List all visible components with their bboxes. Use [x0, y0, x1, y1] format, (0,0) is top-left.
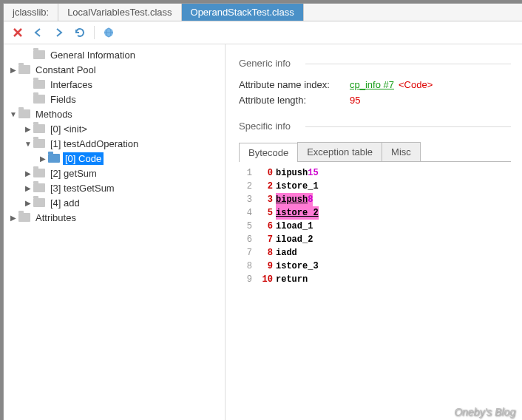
tree-item[interactable]: ▼Methods: [4, 106, 225, 121]
chevron-icon[interactable]: ▶: [8, 66, 18, 74]
chevron-icon[interactable]: ▶: [23, 169, 33, 177]
operand: 15: [308, 166, 318, 180]
file-tab[interactable]: jclasslib:: [4, 4, 58, 21]
line-number: 8: [239, 260, 252, 273]
operand: 8: [308, 193, 313, 206]
bytecode-row: 910 return: [239, 273, 511, 286]
globe-icon[interactable]: [102, 26, 115, 39]
tree-label: General Information: [48, 49, 138, 61]
pc-offset: 9: [260, 260, 273, 273]
chevron-icon[interactable]: ▶: [8, 214, 18, 222]
bytecode-row: 45 istore_2: [239, 206, 511, 220]
forward-icon[interactable]: [52, 26, 66, 39]
pc-offset: 8: [260, 246, 273, 260]
generic-info-title: Generic info: [239, 58, 511, 69]
tree-panel: ▶General Information▶Constant Pool▶Inter…: [4, 44, 226, 420]
specific-tab[interactable]: Exception table: [297, 142, 382, 161]
bytecode-row: 22 istore_1: [239, 180, 511, 193]
chevron-icon[interactable]: ▶: [23, 184, 33, 192]
bytecode-row: 78 iadd: [239, 246, 511, 260]
file-tab[interactable]: OperandStackTest.class: [182, 4, 304, 21]
cp-info-link[interactable]: cp_info #7: [350, 79, 394, 90]
tree-label: [1] testAddOperation: [48, 138, 140, 150]
line-number: 6: [239, 233, 252, 246]
folder-icon: [33, 139, 45, 148]
folder-icon: [18, 109, 30, 118]
attr-len-value: 95: [350, 95, 360, 106]
line-number: 3: [239, 193, 252, 206]
folder-icon: [33, 198, 45, 207]
opcode: iadd: [276, 246, 297, 260]
tree-label: [3] testGetSum: [48, 182, 117, 194]
pc-offset: 5: [260, 206, 273, 220]
chevron-icon[interactable]: ▶: [23, 199, 33, 207]
back-icon[interactable]: [32, 26, 45, 39]
pc-offset: 6: [260, 220, 273, 233]
tree-item[interactable]: ▶Interfaces: [4, 77, 225, 92]
folder-icon: [33, 80, 45, 89]
tree-label: Fields: [48, 93, 78, 106]
bytecode-row: 67 iload_2: [239, 233, 511, 246]
file-tabs: jclasslib:LocalVariablesTest.classOperan…: [4, 4, 522, 21]
opcode: bipush: [276, 193, 308, 206]
specific-tab[interactable]: Misc: [382, 142, 421, 161]
line-number: 1: [239, 166, 252, 180]
tree-item[interactable]: ▶[0] <init>: [4, 121, 225, 136]
tree-item[interactable]: ▶[2] getSum: [4, 166, 225, 180]
specific-tabs: BytecodeException tableMisc: [239, 142, 511, 162]
opcode: istore_3: [276, 260, 319, 273]
chevron-icon[interactable]: ▶: [38, 155, 48, 163]
bytecode-row: 33 bipush 8: [239, 193, 511, 206]
folder-icon: [18, 65, 30, 74]
folder-icon: [48, 154, 60, 163]
tree-item[interactable]: ▶Constant Pool: [4, 62, 225, 77]
content-area: ▶General Information▶Constant Pool▶Inter…: [4, 44, 522, 420]
tree-label: [2] getSum: [48, 167, 99, 180]
refresh-icon[interactable]: [73, 26, 87, 39]
tree-label: Constant Pool: [33, 64, 98, 76]
tree-item[interactable]: ▶Fields: [4, 92, 225, 106]
line-number: 4: [239, 206, 252, 220]
attr-len-row: Attribute length: 95: [239, 95, 511, 106]
bytecode-row: 10 bipush 15: [239, 166, 511, 180]
pc-offset: 3: [260, 193, 273, 206]
pc-offset: 2: [260, 180, 273, 193]
folder-icon: [33, 124, 45, 133]
tree-item[interactable]: ▶Attributes: [4, 210, 225, 225]
close-icon[interactable]: [11, 26, 24, 39]
chevron-icon[interactable]: ▶: [23, 125, 33, 133]
opcode: bipush: [276, 166, 308, 180]
opcode: iload_1: [276, 220, 313, 233]
opcode: iload_2: [276, 233, 313, 246]
chevron-icon[interactable]: ▼: [8, 110, 18, 118]
folder-icon: [33, 50, 45, 59]
tree-item[interactable]: ▶General Information: [4, 47, 225, 62]
line-number: 9: [239, 273, 252, 286]
chevron-icon[interactable]: ▼: [23, 140, 33, 148]
specific-info-title: Specific info: [239, 121, 511, 132]
tree-label: [0] <init>: [48, 123, 89, 135]
specific-tab[interactable]: Bytecode: [239, 143, 298, 162]
line-number: 7: [239, 246, 252, 260]
tree-item[interactable]: ▼[1] testAddOperation: [4, 136, 225, 151]
opcode: return: [276, 273, 308, 286]
tree-label: [0] Code: [63, 152, 104, 165]
tree-item[interactable]: ▶[0] Code: [4, 151, 225, 166]
attr-name-row: Attribute name index: cp_info #7 <Code>: [239, 79, 511, 90]
attr-name-label: Attribute name index:: [239, 79, 350, 90]
pc-offset: 7: [260, 233, 273, 246]
main-window: jclasslib:LocalVariablesTest.classOperan…: [3, 3, 522, 420]
line-number: 5: [239, 220, 252, 233]
folder-icon: [18, 213, 30, 222]
toolbar: [4, 21, 522, 44]
folder-icon: [33, 95, 45, 104]
opcode: istore_2: [276, 206, 319, 220]
tree-item[interactable]: ▶[3] testGetSum: [4, 180, 225, 195]
separator: [94, 26, 95, 39]
file-tab[interactable]: LocalVariablesTest.class: [58, 4, 181, 21]
tree-label: [4] add: [48, 197, 82, 209]
bytecode-row: 89 istore_3: [239, 260, 511, 273]
tree-item[interactable]: ▶[4] add: [4, 195, 225, 210]
bytecode-row: 56 iload_1: [239, 220, 511, 233]
tree-label: Methods: [33, 108, 75, 121]
